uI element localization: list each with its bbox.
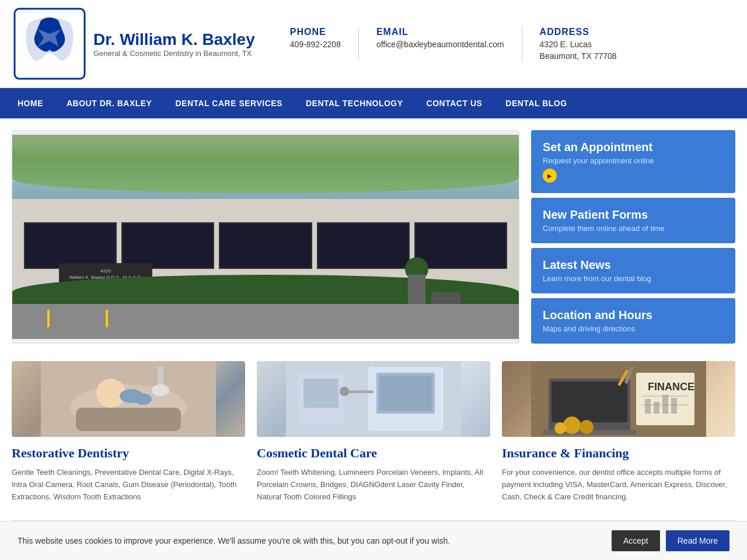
nav-link-contact[interactable]: CONTACT US [415, 88, 494, 118]
planter [408, 275, 425, 304]
address-line1: 4320 E. Lucas [540, 40, 617, 49]
building-image: 4320William K. Baxley D.D.S., M.A.G.D.Fa… [12, 135, 519, 339]
svg-point-5 [134, 393, 152, 405]
cookie-banner: This website uses cookies to improve you… [0, 521, 747, 544]
phone-label: PHONE [290, 27, 341, 37]
main-nav: HOME ABOUT DR. BAXLEY DENTAL CARE SERVIC… [0, 88, 747, 118]
nav-link-home[interactable]: HOME [6, 88, 55, 118]
nav-list: HOME ABOUT DR. BAXLEY DENTAL CARE SERVIC… [0, 88, 747, 118]
logo-icon [12, 6, 88, 82]
svg-rect-27 [662, 395, 668, 414]
service-image-restorative [12, 361, 245, 437]
window-4 [317, 222, 410, 269]
finance-svg: FINANCE [502, 361, 735, 437]
cosmetic-title: Cosmetic Dental Care [257, 446, 490, 461]
cosmetic-desc: Zoom! Teeth Whitening, Lumineers Porcela… [257, 467, 490, 503]
nav-item-tech[interactable]: DENTAL TECHNOLOGY [294, 88, 415, 118]
appointment-title: Set an Appointment [543, 141, 724, 154]
nav-item-care[interactable]: DENTAL CARE SERVICES [163, 88, 294, 118]
restorative-svg [12, 361, 245, 437]
header: Dr. William K. Baxley General & Cosmetic… [0, 0, 747, 88]
address-line2: Beaumont, TX 77708 [540, 51, 617, 61]
logo-subtitle: General & Cosmetic Dentistry in Beaumont… [93, 49, 255, 58]
location-title: Location and Hours [543, 309, 724, 322]
trees [12, 135, 519, 193]
finance-img: FINANCE [502, 361, 735, 437]
cookie-buttons: Accept Read More [612, 530, 729, 544]
svg-point-31 [554, 422, 566, 434]
parking-line-2 [106, 310, 108, 327]
svg-rect-14 [379, 376, 432, 411]
contact-info: PHONE 409-892-2208 EMAIL office@baxleybe… [273, 27, 634, 61]
email-block: EMAIL office@baxleybeaumontdental.com [359, 27, 522, 61]
restorative-title: Restorative Dentistry [12, 446, 245, 461]
parking-lot [12, 304, 519, 339]
restorative-desc: Gentle Teeth Cleanings, Preventative Den… [12, 467, 245, 503]
svg-rect-6 [76, 408, 181, 431]
logo-area: Dr. William K. Baxley General & Cosmetic… [12, 6, 255, 82]
logo-name: Dr. William K. Baxley [93, 30, 255, 49]
latest-news-title: Latest News [543, 258, 724, 272]
svg-point-8 [152, 384, 169, 396]
address-label: ADDRESS [540, 27, 617, 37]
email-value: office@baxleybeaumontdental.com [376, 40, 504, 49]
window-2 [121, 222, 214, 269]
nav-link-care[interactable]: DENTAL CARE SERVICES [163, 88, 294, 118]
svg-rect-19 [551, 382, 627, 422]
new-patient-card[interactable]: New Patient Forms Complete them online a… [531, 198, 735, 243]
svg-text:FINANCE: FINANCE [648, 381, 694, 393]
appointment-card[interactable]: Set an Appointment Request your appointm… [531, 130, 735, 193]
svg-rect-28 [671, 398, 677, 414]
svg-point-29 [563, 416, 581, 434]
svg-rect-26 [654, 402, 659, 414]
cosmetic-svg [257, 361, 490, 437]
appointment-subtitle: Request your appointment online [543, 156, 724, 165]
cosmetic-img [257, 361, 490, 437]
accept-button[interactable]: Accept [612, 530, 660, 544]
location-subtitle: Maps and driving directions [543, 324, 724, 333]
phone-block: PHONE 409-892-2208 [273, 27, 359, 61]
window-5 [414, 222, 507, 269]
latest-news-subtitle: Learn more from our dental blog [543, 274, 724, 283]
svg-point-30 [580, 420, 594, 434]
latest-news-card[interactable]: Latest News Learn more from our dental b… [531, 248, 735, 293]
nav-link-about[interactable]: ABOUT DR. BAXLEY [55, 88, 163, 118]
service-card-restorative: Restorative Dentistry Gentle Teeth Clean… [12, 361, 245, 503]
parking-line-1 [47, 310, 50, 327]
service-card-cosmetic: Cosmetic Dental Care Zoom! Teeth Whiteni… [257, 361, 490, 503]
main-content: 4320William K. Baxley D.D.S., M.A.G.D.Fa… [0, 118, 747, 544]
nav-item-blog[interactable]: DENTAL BLOG [494, 88, 578, 118]
email-label: EMAIL [376, 27, 504, 37]
read-more-button[interactable]: Read More [666, 530, 729, 544]
building-windows [24, 222, 507, 269]
svg-rect-11 [303, 379, 338, 408]
finance-title: Insurance & Financing [502, 446, 735, 461]
svg-rect-25 [645, 399, 651, 414]
hero-section: 4320William K. Baxley D.D.S., M.A.G.D.Fa… [12, 130, 735, 344]
svg-point-16 [340, 387, 349, 396]
service-card-finance: FINANCE [502, 361, 735, 503]
new-patient-title: New Patient Forms [543, 208, 724, 222]
location-card[interactable]: Location and Hours Maps and driving dire… [531, 298, 735, 344]
play-icon: ▶ [543, 169, 557, 183]
nav-item-contact[interactable]: CONTACT US [415, 88, 494, 118]
phone-value: 409-892-2208 [290, 40, 341, 49]
new-patient-subtitle: Complete them online ahead of time [543, 224, 724, 233]
nav-link-tech[interactable]: DENTAL TECHNOLOGY [294, 88, 415, 118]
nav-item-home[interactable]: HOME [6, 88, 55, 118]
nav-link-blog[interactable]: DENTAL BLOG [494, 88, 578, 118]
nav-item-about[interactable]: ABOUT DR. BAXLEY [55, 88, 163, 118]
logo-text: Dr. William K. Baxley General & Cosmetic… [93, 30, 255, 58]
service-image-cosmetic [257, 361, 490, 437]
window-1 [24, 222, 117, 269]
hero-image-box: 4320William K. Baxley D.D.S., M.A.G.D.Fa… [12, 130, 519, 344]
services-section: Restorative Dentistry Gentle Teeth Clean… [12, 361, 735, 503]
finance-desc: For your convenience, our dentist office… [502, 467, 735, 503]
address-block: ADDRESS 4320 E. Lucas Beaumont, TX 77708 [522, 27, 634, 61]
cookie-text: This website uses cookies to improve you… [18, 536, 600, 544]
window-3 [219, 222, 312, 269]
restorative-img [12, 361, 245, 437]
sidebar: Set an Appointment Request your appointm… [531, 130, 735, 344]
service-image-finance: FINANCE [502, 361, 735, 437]
